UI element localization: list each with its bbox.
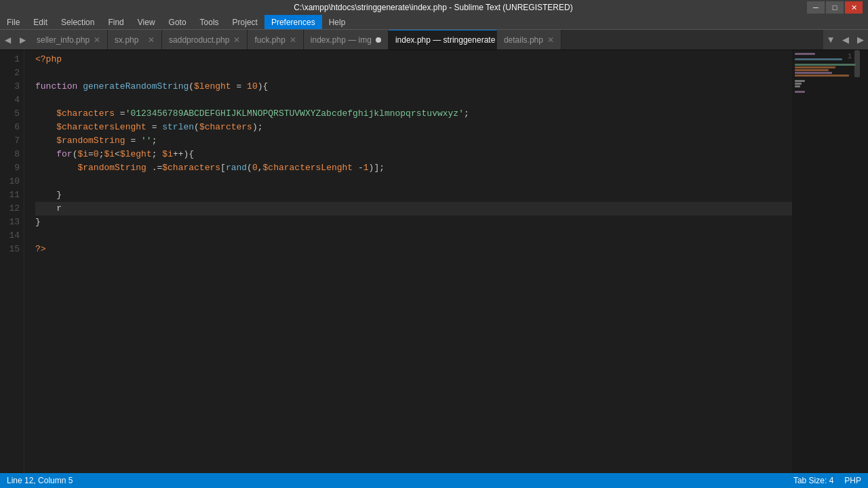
mini-line-9 bbox=[795, 75, 849, 77]
code-line-11: } bbox=[35, 188, 792, 202]
mini-line-8 bbox=[795, 72, 832, 74]
tab-sx[interactable]: sx.php ✕ bbox=[108, 30, 162, 50]
tab-size-indicator[interactable]: Tab Size: 4 bbox=[793, 476, 833, 485]
fn-name: generateRandomString bbox=[83, 80, 189, 94]
mini-line-5 bbox=[795, 64, 856, 66]
code-line-15: ?> bbox=[35, 243, 792, 256]
php-close-tag: ?> bbox=[35, 243, 46, 256]
tab-label: saddproduct.php bbox=[169, 35, 229, 45]
code-line-7: $randomString = ''; bbox=[35, 134, 792, 148]
mini-line-7 bbox=[795, 69, 829, 71]
status-bar: Line 12, Column 5 Tab Size: 4 PHP bbox=[0, 473, 868, 488]
maximize-button[interactable]: □ bbox=[826, 1, 844, 14]
menu-project[interactable]: Project bbox=[226, 15, 264, 29]
tab-overflow-button[interactable]: ▼ bbox=[823, 30, 838, 50]
menu-file[interactable]: File bbox=[0, 15, 26, 29]
code-line-10 bbox=[35, 175, 792, 188]
kw-function: function bbox=[35, 80, 83, 94]
language-indicator[interactable]: PHP bbox=[844, 476, 861, 485]
tab-bar: ◀ ▶ seller_info.php ✕ sx.php ✕ saddprodu… bbox=[0, 30, 868, 50]
modified-indicator bbox=[376, 37, 381, 43]
tab-close-saddproduct[interactable]: ✕ bbox=[233, 35, 240, 45]
status-left: Line 12, Column 5 bbox=[7, 476, 73, 485]
line-num-6: 6 bbox=[0, 121, 20, 134]
tab-close-fuck[interactable]: ✕ bbox=[290, 35, 296, 45]
line-num-11: 11 bbox=[0, 188, 20, 202]
line-num-12: 12 bbox=[0, 202, 20, 216]
tabs-container: seller_info.php ✕ sx.php ✕ saddproduct.p… bbox=[30, 30, 823, 50]
code-line-12: r bbox=[35, 202, 792, 216]
code-line-2 bbox=[35, 66, 792, 80]
line-num-9: 9 bbox=[0, 161, 20, 175]
line-num-5: 5 bbox=[0, 107, 20, 121]
tab-label: details.php bbox=[504, 35, 543, 45]
tab-details[interactable]: details.php ✕ bbox=[497, 30, 561, 50]
tab-close-details[interactable]: ✕ bbox=[547, 35, 554, 45]
line-num-3: 3 bbox=[0, 80, 20, 94]
title-text: C:\xampp\htdocs\stringgenerate\index.php… bbox=[60, 3, 807, 12]
close-button[interactable]: ✕ bbox=[845, 1, 863, 14]
code-line-1: <?php bbox=[35, 53, 792, 66]
line-num-14: 14 bbox=[0, 229, 20, 243]
menu-selection[interactable]: Selection bbox=[54, 15, 101, 29]
line-num-4: 4 bbox=[0, 94, 20, 107]
code-area[interactable]: <?php function generateRandomString($len… bbox=[24, 50, 792, 473]
mini-line-3 bbox=[795, 58, 842, 60]
tab-fuck[interactable]: fuck.php ✕ bbox=[248, 30, 303, 50]
mini-line-13 bbox=[795, 85, 800, 87]
vertical-scrollbar[interactable] bbox=[860, 50, 868, 473]
minimap-scroll-indicator bbox=[854, 50, 860, 77]
tab-nav-right[interactable]: ▶ bbox=[853, 30, 868, 50]
code-line-8: for($i=0;$i<$leght; $i++){ bbox=[35, 148, 792, 161]
menu-goto[interactable]: Goto bbox=[162, 15, 193, 29]
code-line-3: function generateRandomString($lenght = … bbox=[35, 80, 792, 94]
tab-label: index.php — img bbox=[311, 35, 372, 45]
line-num-2: 2 bbox=[0, 66, 20, 80]
mini-line-6 bbox=[795, 66, 835, 68]
tab-label: fuck.php bbox=[254, 35, 285, 45]
code-line-9: $randomString .=$characters[rand(0,$char… bbox=[35, 161, 792, 175]
cursor-position: Line 12, Column 5 bbox=[7, 476, 73, 485]
line-numbers: 1 2 3 4 5 6 7 8 9 10 11 12 13 14 15 bbox=[0, 50, 24, 473]
title-controls[interactable]: ─ □ ✕ bbox=[807, 1, 863, 14]
line-num-1: 1 bbox=[0, 53, 20, 66]
menu-help[interactable]: Help bbox=[322, 15, 353, 29]
tab-index-stringgenerate[interactable]: index.php — stringgenerate ✕ bbox=[389, 30, 497, 50]
title-bar: C:\xampp\htdocs\stringgenerate\index.php… bbox=[0, 0, 868, 15]
line-num-13: 13 bbox=[0, 216, 20, 229]
tab-saddproduct[interactable]: saddproduct.php ✕ bbox=[162, 30, 248, 50]
mini-line-11 bbox=[795, 80, 805, 82]
tab-nav-left[interactable]: ◀ bbox=[838, 30, 853, 50]
minimap: 1 bbox=[792, 50, 860, 473]
code-line-5: $characters ='0123456789ABCDEFGHIJKLMNOP… bbox=[35, 107, 792, 121]
tab-scroll-left[interactable]: ◀ bbox=[0, 30, 15, 50]
code-line-4 bbox=[35, 94, 792, 107]
tab-label: sx.php bbox=[115, 35, 138, 45]
menu-find[interactable]: Find bbox=[101, 15, 130, 29]
tab-index-img[interactable]: index.php — img bbox=[304, 30, 389, 50]
menu-preferences[interactable]: Preferences bbox=[264, 15, 322, 29]
tab-label: seller_info.php bbox=[37, 35, 90, 45]
tab-close-sx[interactable]: ✕ bbox=[148, 35, 155, 45]
code-line-14 bbox=[35, 229, 792, 243]
menu-view[interactable]: View bbox=[131, 15, 162, 29]
mini-line-15 bbox=[795, 91, 805, 93]
php-open-tag: <?php bbox=[35, 53, 62, 66]
tab-close-seller-info[interactable]: ✕ bbox=[94, 35, 100, 45]
menu-edit[interactable]: Edit bbox=[26, 15, 54, 29]
mini-line-1 bbox=[795, 53, 815, 55]
tab-label: index.php — stringgenerate bbox=[395, 35, 495, 45]
minimize-button[interactable]: ─ bbox=[807, 1, 825, 14]
line-num-10: 10 bbox=[0, 175, 20, 188]
tab-nav-buttons: ◀ ▶ bbox=[838, 30, 868, 50]
minimap-line-indicator: 1 bbox=[848, 53, 852, 60]
line-num-8: 8 bbox=[0, 148, 20, 161]
menu-bar: File Edit Selection Find View Goto Tools… bbox=[0, 15, 868, 30]
tab-scroll-right[interactable]: ▶ bbox=[15, 30, 30, 50]
menu-tools[interactable]: Tools bbox=[193, 15, 226, 29]
line-num-15: 15 bbox=[0, 243, 20, 256]
tab-seller-info[interactable]: seller_info.php ✕ bbox=[30, 30, 108, 50]
code-line-6: $charactersLenght = strlen($charcters); bbox=[35, 121, 792, 134]
editor-container: 1 2 3 4 5 6 7 8 9 10 11 12 13 14 15 <?ph… bbox=[0, 50, 868, 473]
mini-line-12 bbox=[795, 83, 802, 85]
